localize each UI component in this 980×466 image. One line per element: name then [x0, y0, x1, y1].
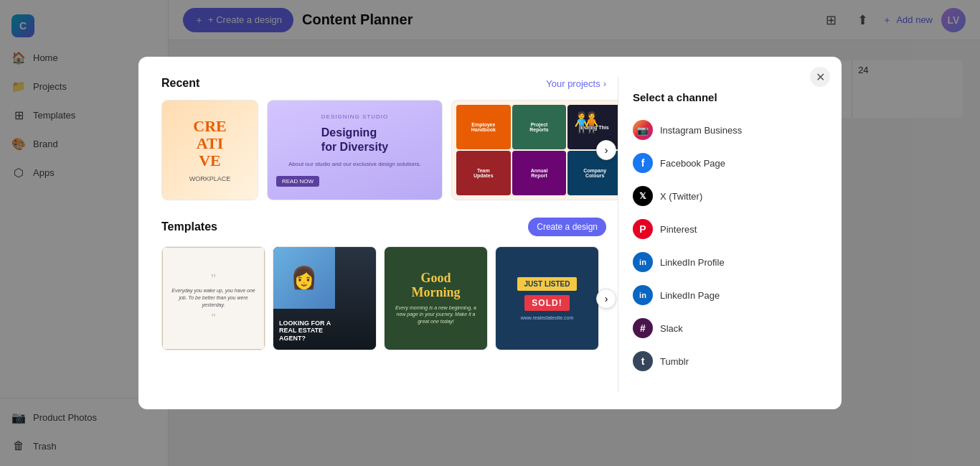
channel-item-linkedin-profile[interactable]: in LinkedIn Profile: [618, 246, 819, 279]
channel-item-twitter[interactable]: 𝕏 X (Twitter): [618, 180, 819, 213]
modal-body: Recent Your projects › CREATIVE WORKPLAC…: [161, 77, 819, 392]
instagram-icon: 📷: [633, 120, 653, 140]
modal-overlay[interactable]: ✕ Recent Your projects ›: [0, 0, 980, 466]
close-button[interactable]: ✕: [810, 67, 830, 87]
channel-label-tumblr: Tumblr: [660, 356, 689, 367]
twitter-icon: 𝕏: [633, 186, 653, 206]
channel-label-instagram: Instagram Business: [660, 125, 742, 136]
modal-dialog: ✕ Recent Your projects ›: [138, 57, 842, 409]
channel-label-pinterest: Pinterest: [660, 224, 697, 235]
recent-title: Recent: [161, 77, 199, 90]
recent-card-creative-workspace[interactable]: CREATIVE WORKPLACE: [161, 100, 258, 200]
channel-label-facebook: Facebook Page: [660, 158, 725, 169]
channel-item-instagram[interactable]: 📷 Instagram Business: [618, 113, 819, 146]
linkedin-page-icon: in: [633, 285, 653, 305]
tumblr-icon: t: [633, 351, 653, 371]
chevron-right-icon: ›: [603, 78, 606, 89]
channel-item-pinterest[interactable]: P Pinterest: [618, 213, 819, 246]
recent-container: CREATIVE WORKPLACE DESIGNING STUDIO Desi…: [161, 100, 606, 200]
templates-title: Templates: [161, 220, 217, 233]
template-card-just-listed[interactable]: JUST LISTED SOLD! www.realestatesite.com: [495, 246, 599, 350]
channel-item-tumblr[interactable]: t Tumblr: [618, 345, 819, 378]
channel-item-linkedin-page[interactable]: in LinkedIn Page: [618, 279, 819, 312]
modal-left-panel: Recent Your projects › CREATIVE WORKPLAC…: [161, 77, 618, 392]
pinterest-icon: P: [633, 219, 653, 239]
your-projects-link[interactable]: Your projects ›: [546, 78, 606, 89]
template-card-quote[interactable]: " Everyday you wake up, you have one job…: [161, 246, 265, 350]
recent-card-designing-diversity[interactable]: DESIGNING STUDIO Designingfor Diversity …: [267, 100, 443, 200]
channel-label-twitter: X (Twitter): [660, 191, 702, 202]
recent-row: CREATIVE WORKPLACE DESIGNING STUDIO Desi…: [161, 100, 606, 200]
templates-row: " Everyday you wake up, you have one job…: [161, 246, 606, 350]
template-card-real-estate[interactable]: 👩 LOOKING FOR AREAL ESTATEAGENT?: [273, 246, 377, 350]
template-card-good-morning[interactable]: GoodMorning Every morning is a new begin…: [384, 246, 488, 350]
channel-label-linkedin-page: LinkedIn Page: [660, 290, 720, 301]
channel-label-slack: Slack: [660, 323, 683, 334]
channel-item-facebook[interactable]: f Facebook Page: [618, 146, 819, 180]
channel-panel-title: Select a channel: [618, 91, 819, 113]
facebook-icon: f: [633, 153, 653, 173]
recent-next-arrow[interactable]: ›: [596, 140, 616, 160]
slack-icon: #: [633, 318, 653, 338]
create-design-templates-button[interactable]: Create a design: [528, 218, 606, 236]
linkedin-profile-icon: in: [633, 252, 653, 272]
channel-panel: Select a channel 📷 Instagram Business f …: [618, 77, 819, 392]
templates-container: " Everyday you wake up, you have one job…: [161, 246, 606, 350]
templates-section-header: Templates Create a design: [161, 218, 606, 236]
channel-item-slack[interactable]: # Slack: [618, 312, 819, 345]
channel-label-linkedin-profile: LinkedIn Profile: [660, 257, 725, 268]
recent-section-header: Recent Your projects ›: [161, 77, 606, 90]
